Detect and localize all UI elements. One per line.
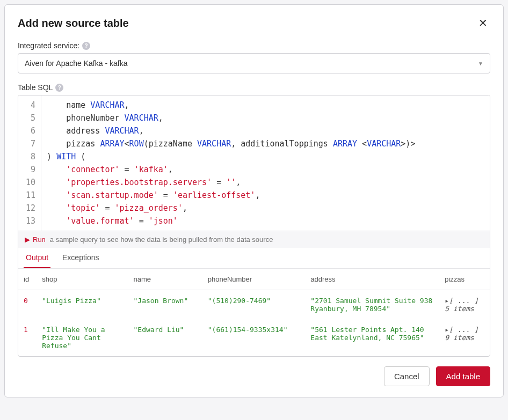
- col-shop: shop: [37, 269, 128, 290]
- chevron-down-icon: ▼: [478, 61, 483, 67]
- cell-name: "Jason Brown": [128, 290, 202, 320]
- table-row: 0"Luigis Pizza""Jason Brown""(510)290-74…: [18, 290, 490, 320]
- integrated-service-field: Integrated service: ? Aiven for Apache K…: [18, 41, 490, 73]
- table-header-row: idshopnamephoneNumberaddresspizzas: [18, 269, 490, 290]
- cell-shop: "Ill Make You a Pizza You Cant Refuse": [37, 319, 128, 356]
- dialog-header: Add new source table ✕: [18, 16, 490, 31]
- code-line[interactable]: 'value.format' = 'json': [47, 215, 484, 227]
- cell-pizzas[interactable]: ▸[ ... ]5 items: [439, 290, 490, 320]
- code-line[interactable]: name VARCHAR,: [47, 99, 484, 112]
- col-pizzas: pizzas: [439, 269, 490, 290]
- tab-exceptions[interactable]: Exceptions: [60, 248, 101, 268]
- expand-icon[interactable]: ▸: [445, 326, 449, 334]
- line-number: 12: [18, 202, 41, 215]
- cell-address: "2701 Samuel Summit Suite 938 Ryanbury, …: [305, 290, 439, 320]
- label-text: Integrated service:: [18, 41, 79, 50]
- line-number: 5: [18, 112, 41, 124]
- line-number: 4: [18, 99, 41, 112]
- run-button[interactable]: ▶ Run: [25, 235, 46, 244]
- run-label: Run: [33, 235, 46, 244]
- cell-address: "561 Lester Points Apt. 140 East Katelyn…: [305, 319, 439, 356]
- cancel-button[interactable]: Cancel: [384, 366, 430, 386]
- table-row: 1"Ill Make You a Pizza You Cant Refuse""…: [18, 319, 490, 356]
- cell-id: 0: [18, 290, 37, 320]
- label-text: Table SQL: [18, 83, 53, 92]
- cell-shop: "Luigis Pizza": [37, 290, 128, 320]
- table-sql-field: Table SQL ? 45678910111213 name VARCHAR,…: [18, 83, 490, 357]
- run-bar: ▶ Run a sample query to see how the data…: [18, 231, 490, 248]
- col-phoneNumber: phoneNumber: [202, 269, 306, 290]
- cell-name: "Edward Liu": [128, 319, 202, 356]
- code-line[interactable]: 'scan.startup.mode' = 'earliest-offset',: [47, 189, 484, 202]
- line-number: 9: [18, 163, 41, 176]
- close-button[interactable]: ✕: [475, 16, 490, 31]
- result-tabs: Output Exceptions: [18, 248, 490, 269]
- help-icon[interactable]: ?: [82, 42, 90, 50]
- add-table-button[interactable]: Add table: [436, 366, 490, 386]
- code-line[interactable]: 'topic' = 'pizza_orders',: [47, 202, 484, 215]
- sql-editor[interactable]: 45678910111213 name VARCHAR, phoneNumber…: [18, 95, 490, 231]
- dialog-title: Add new source table: [18, 17, 129, 30]
- close-icon: ✕: [478, 17, 488, 30]
- col-name: name: [128, 269, 202, 290]
- line-number: 10: [18, 176, 41, 189]
- integrated-service-label: Integrated service: ?: [18, 41, 490, 50]
- code-line[interactable]: pizzas ARRAY<ROW(pizzaName VARCHAR, addi…: [47, 137, 484, 150]
- line-number: 11: [18, 189, 41, 202]
- code-line[interactable]: 'connector' = 'kafka',: [47, 163, 484, 176]
- run-hint: a sample query to see how the data is be…: [50, 235, 273, 244]
- results-table: idshopnamephoneNumberaddresspizzas 0"Lui…: [18, 269, 490, 356]
- play-icon: ▶: [25, 235, 30, 244]
- line-number: 6: [18, 124, 41, 137]
- line-number: 7: [18, 137, 41, 150]
- cell-phoneNumber: "(661)154-9335x314": [202, 319, 306, 356]
- code-line[interactable]: address VARCHAR,: [47, 124, 484, 137]
- tab-output[interactable]: Output: [24, 248, 50, 268]
- table-body: 0"Luigis Pizza""Jason Brown""(510)290-74…: [18, 290, 490, 357]
- cell-pizzas[interactable]: ▸[ ... ]9 items: [439, 319, 490, 356]
- col-address: address: [305, 269, 439, 290]
- col-id: id: [18, 269, 37, 290]
- integrated-service-select[interactable]: Aiven for Apache Kafka - kafka ▼: [18, 53, 490, 73]
- table-sql-label: Table SQL ?: [18, 83, 490, 92]
- cell-phoneNumber: "(510)290-7469": [202, 290, 306, 320]
- sql-editor-container: 45678910111213 name VARCHAR, phoneNumber…: [18, 95, 490, 357]
- line-number: 8: [18, 150, 41, 163]
- line-number: 13: [18, 215, 41, 227]
- add-source-table-dialog: Add new source table ✕ Integrated servic…: [4, 4, 504, 397]
- help-icon[interactable]: ?: [55, 84, 63, 92]
- code-content[interactable]: name VARCHAR, phoneNumber VARCHAR, addre…: [41, 95, 490, 231]
- code-line[interactable]: 'properties.bootstrap.servers' = '',: [47, 176, 484, 189]
- dialog-footer: Cancel Add table: [18, 366, 490, 386]
- select-value: Aiven for Apache Kafka - kafka: [25, 59, 127, 68]
- cell-id: 1: [18, 319, 37, 356]
- line-gutter: 45678910111213: [18, 95, 41, 231]
- code-line[interactable]: phoneNumber VARCHAR,: [47, 112, 484, 124]
- expand-icon[interactable]: ▸: [445, 297, 449, 305]
- code-line[interactable]: ) WITH (: [47, 150, 484, 163]
